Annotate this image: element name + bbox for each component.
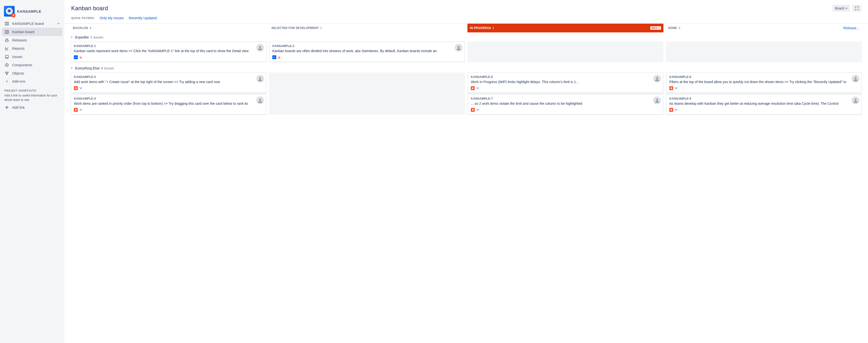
issue-card[interactable]: KANSAMPLE-7... so 2 work items violate t… [468,94,663,114]
chevron-down-icon [57,22,60,25]
sidebar-item-label: Reports [12,46,25,50]
story-type-icon [669,86,673,90]
sidebar-item-objects[interactable]: Objects [2,69,62,77]
sidebar-item-label: Issues [12,55,23,59]
swimlane-header[interactable]: Everything Else 8 issues [69,65,863,71]
assignee-avatar[interactable] [256,75,264,82]
chevron-down-icon [845,7,847,9]
issue-key[interactable]: KANSAMPLE-6 [471,75,660,79]
issue-summary: Filters at the top of the board allow yo… [669,80,859,84]
board: BACKLOG 4SELECTED FOR DEVELOPMENT 1IN PR… [64,23,868,343]
sidebar-item-add-ons[interactable]: Add-ons [2,77,62,85]
issue-key[interactable]: KANSAMPLE-7 [471,97,660,100]
column-dropzone[interactable]: KANSAMPLE-3Add work items with "+ Create… [70,72,267,115]
issue-card[interactable]: KANSAMPLE-3Add work items with "+ Create… [71,73,266,93]
column-dropzone[interactable]: KANSAMPLE-8Filters at the top of the boa… [666,72,862,115]
filter-only-my-issues[interactable]: Only My Issues [100,16,124,20]
assignee-avatar[interactable] [455,44,463,52]
issue-summary: ... so 2 work items violate the limit an… [471,101,660,106]
column-dropzone[interactable] [467,41,663,62]
column-dropzone[interactable] [666,41,862,62]
shortcuts-description: Add a link to useful information for you… [2,93,62,104]
svg-point-2 [8,10,10,12]
sidebar-item-kansample-board[interactable]: KANSAMPLE board [2,20,62,28]
priority-low-icon [476,108,479,112]
svg-point-23 [855,99,857,101]
sidebar: KANSAMPLE KANSAMPLE boardKanban boardRel… [0,0,64,343]
priority-low-icon [674,108,678,112]
add-link-button[interactable]: Add link [2,104,62,111]
quick-filters: QUICK FILTERS: Only My Issues Recently U… [64,12,868,23]
column-dropzone[interactable] [269,72,465,115]
svg-point-17 [656,77,658,79]
assignee-avatar[interactable] [852,97,860,104]
issue-summary: Kanban boards are often divided into str… [272,49,462,53]
column-dropzone[interactable]: KANSAMPLE-6Work In Progress (WIP) limits… [467,72,663,115]
sidebar-item-kanban-board[interactable]: Kanban board [2,28,62,36]
sidebar-item-issues[interactable]: Issues [2,53,62,61]
issue-key[interactable]: KANSAMPLE-2 [272,44,462,48]
priority-highest-icon [79,55,83,59]
issue-card[interactable]: KANSAMPLE-9As teams develop with Kanban … [666,94,862,114]
max-badge: MAX 1 [650,26,661,30]
sidebar-item-reports[interactable]: Reports [2,44,62,53]
assignee-avatar[interactable] [852,75,860,82]
task-type-icon [74,55,78,59]
assignee-avatar[interactable] [256,44,264,52]
issue-key[interactable]: KANSAMPLE-3 [74,75,263,79]
issue-key[interactable]: KANSAMPLE-1 [74,44,263,48]
assignee-avatar[interactable] [653,97,661,104]
svg-point-22 [671,88,672,89]
expand-icon [855,6,859,10]
priority-low-icon [674,86,678,90]
task-type-icon [272,55,276,59]
issue-card[interactable]: KANSAMPLE-2Kanban boards are often divid… [269,42,465,62]
svg-point-12 [458,46,460,48]
fullscreen-button[interactable] [852,5,861,12]
sidebar-item-label: Components [12,63,32,67]
issue-card[interactable]: KANSAMPLE-8Filters at the top of the boa… [666,73,862,93]
issue-card[interactable]: KANSAMPLE-1Kanban cards represent work i… [71,42,266,62]
sidebar-item-label: Add-ons [12,79,25,83]
board-icon [4,22,9,26]
sidebar-item-components[interactable]: Components [2,61,62,69]
priority-low-icon [79,86,83,90]
project-avatar[interactable] [4,6,14,16]
svg-point-21 [855,77,857,79]
sidebar-item-label: Objects [12,71,24,75]
issue-key[interactable]: KANSAMPLE-8 [669,75,859,79]
board-icon [4,30,9,34]
story-type-icon [471,86,475,90]
assignee-avatar[interactable] [256,97,264,104]
sidebar-item-label: KANSAMPLE board [12,22,44,26]
chevron-right-icon [4,80,9,83]
column-dropzone[interactable]: KANSAMPLE-2Kanban boards are often divid… [269,41,465,62]
swimlane-expedite: Expedite 2 issuesKANSAMPLE-1Kanban cards… [66,32,866,63]
column-dropzone[interactable]: KANSAMPLE-1Kanban cards represent work i… [70,41,267,62]
page-title: Kanban board [71,5,108,12]
column-headers: BACKLOG 4SELECTED FOR DEVELOPMENT 1IN PR… [66,24,866,32]
svg-point-20 [472,109,473,111]
issue-key[interactable]: KANSAMPLE-4 [74,97,263,100]
sidebar-item-label: Releases [12,38,27,42]
assignee-avatar[interactable] [653,75,661,82]
svg-point-11 [259,46,261,48]
story-type-icon [669,108,673,112]
priority-highest-icon [277,55,281,59]
issue-summary: Add work items with "+ Create Issue" at … [74,80,263,84]
swimlane-header[interactable]: Expedite 2 issues [69,34,863,40]
issue-card[interactable]: KANSAMPLE-6Work In Progress (WIP) limits… [468,73,663,93]
svg-point-18 [472,88,473,89]
story-type-icon [471,108,475,112]
filter-recently-updated[interactable]: Recently Updated [129,16,157,20]
issue-summary: Work items are ranked in priority order … [74,101,263,106]
svg-point-13 [259,77,261,79]
release-link[interactable]: Release... [843,26,860,30]
issue-card[interactable]: KANSAMPLE-4Work items are ranked in prio… [71,94,266,114]
svg-point-24 [671,109,672,111]
issues-icon [4,55,9,59]
board-dropdown-button[interactable]: Board [833,5,850,12]
issue-key[interactable]: KANSAMPLE-9 [669,97,859,100]
sidebar-item-releases[interactable]: Releases [2,36,62,44]
objects-icon [4,71,9,75]
